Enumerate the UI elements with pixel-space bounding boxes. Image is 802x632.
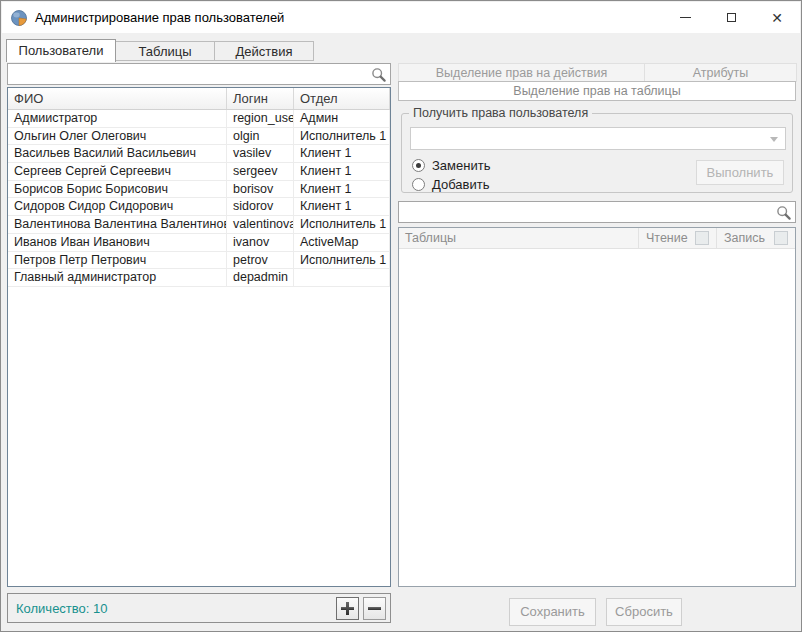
tables-search-input[interactable]	[403, 203, 771, 221]
table-cell: ivanov	[227, 234, 294, 252]
search-icon	[776, 205, 791, 220]
title-bar: Администрирование прав пользователей ✕	[2, 2, 800, 33]
table-row[interactable]: Сидоров Сидор СидоровичsidorovКлиент 1	[8, 198, 390, 216]
table-row[interactable]: Ольгин Олег ОлеговичolginИсполнитель 1	[8, 128, 390, 146]
users-search-box	[7, 63, 391, 85]
reset-button[interactable]: Сбросить	[606, 598, 682, 626]
table-cell: depadmin	[227, 269, 294, 287]
column-header-tables[interactable]: Таблицы	[399, 228, 639, 248]
execute-button[interactable]: Выполнить	[696, 160, 784, 185]
maximize-button[interactable]	[708, 2, 754, 33]
add-user-button[interactable]	[336, 597, 359, 620]
table-cell: Админ	[294, 110, 390, 128]
tab-actions[interactable]: Действия	[214, 41, 314, 61]
table-row[interactable]: Валентинова Валентина Валентиновнаvalent…	[8, 216, 390, 234]
users-table: ФИО Логин Отдел Адмиистраторregion_userА…	[7, 87, 391, 587]
tab-users[interactable]: Пользователи	[6, 39, 116, 62]
tab-table-rights-active[interactable]: Выделение прав на таблицы	[398, 81, 796, 101]
table-cell: Петров Петр Петрович	[8, 252, 227, 270]
table-cell: Исполнитель 1	[294, 252, 390, 270]
table-cell: Клиент 1	[294, 198, 390, 216]
column-header-login[interactable]: Логин	[227, 88, 294, 109]
radio-replace-label: Заменить	[432, 158, 490, 173]
close-icon: ✕	[771, 11, 783, 25]
count-label: Количество: 10	[16, 601, 108, 616]
table-cell: Адмиистратор	[8, 110, 227, 128]
tab-tables[interactable]: Таблицы	[115, 41, 215, 61]
users-search-input[interactable]	[12, 65, 366, 83]
table-row[interactable]: Сергеев Сергей СергеевичsergeevКлиент 1	[8, 163, 390, 181]
table-cell: olgin	[227, 128, 294, 146]
radio-add[interactable]: Добавить	[412, 177, 489, 192]
radio-replace-circle	[412, 159, 425, 172]
user-rights-combobox[interactable]	[410, 127, 786, 150]
minus-icon	[364, 598, 385, 619]
table-cell: Клиент 1	[294, 181, 390, 199]
tables-search-box	[398, 201, 796, 223]
table-cell: vasilev	[227, 145, 294, 163]
table-cell: Ольгин Олег Олегович	[8, 128, 227, 146]
chevron-down-icon	[770, 137, 778, 142]
table-cell: region_user	[227, 110, 294, 128]
users-table-header: ФИО Логин Отдел	[8, 88, 390, 110]
write-all-checkbox[interactable]	[774, 231, 788, 245]
read-all-checkbox[interactable]	[695, 231, 709, 245]
table-cell: Исполнитель 1	[294, 128, 390, 146]
column-header-read: Чтение	[639, 228, 717, 248]
users-table-body: Адмиистраторregion_userАдминОльгин Олег …	[8, 110, 390, 287]
window-controls: ✕	[662, 2, 800, 33]
column-header-fio[interactable]: ФИО	[8, 88, 227, 109]
table-cell: petrov	[227, 252, 294, 270]
table-row[interactable]: Главный администраторdepadmin	[8, 269, 390, 287]
tables-table-header: Таблицы Чтение Запись	[399, 228, 795, 249]
radio-replace[interactable]: Заменить	[412, 158, 490, 173]
table-row[interactable]: Иванов Иван ИвановичivanovActiveMap	[8, 234, 390, 252]
table-cell: borisov	[227, 181, 294, 199]
tables-table: Таблицы Чтение Запись	[398, 227, 796, 587]
search-icon	[371, 67, 386, 82]
table-cell: ActiveMap	[294, 234, 390, 252]
column-header-write: Запись	[717, 228, 795, 248]
radio-add-label: Добавить	[432, 177, 489, 192]
plus-icon	[337, 598, 358, 619]
table-cell: Валентинова Валентина Валентиновна	[8, 216, 227, 234]
get-user-rights-groupbox: Получить права пользователя Заменить Доб…	[401, 113, 793, 193]
window-title: Администрирование прав пользователей	[35, 10, 284, 25]
table-cell: Сергеев Сергей Сергеевич	[8, 163, 227, 181]
table-cell: Клиент 1	[294, 145, 390, 163]
app-window: Администрирование прав пользователей ✕ П…	[0, 0, 802, 632]
radio-add-circle	[412, 178, 425, 191]
tab-attributes[interactable]: Атрибуты	[644, 63, 797, 82]
column-header-dept[interactable]: Отдел	[294, 88, 390, 109]
status-bar: Количество: 10	[7, 593, 391, 623]
table-cell: sergeev	[227, 163, 294, 181]
read-label: Чтение	[646, 231, 688, 245]
minimize-button[interactable]	[662, 2, 708, 33]
main-tab-strip: Пользователи Таблицы Действия	[6, 39, 314, 62]
table-cell: Клиент 1	[294, 163, 390, 181]
table-cell	[294, 269, 390, 287]
table-row[interactable]: Васильев Василий ВасильевичvasilevКлиент…	[8, 145, 390, 163]
close-button[interactable]: ✕	[754, 2, 800, 33]
maximize-icon	[727, 13, 736, 22]
write-label: Запись	[724, 231, 765, 245]
table-row[interactable]: Борисов Борис БорисовичborisovКлиент 1	[8, 181, 390, 199]
table-cell: valentinova	[227, 216, 294, 234]
table-cell: Исполнитель 1	[294, 216, 390, 234]
remove-user-button[interactable]	[363, 597, 386, 620]
table-cell: Васильев Василий Васильевич	[8, 145, 227, 163]
table-cell: sidorov	[227, 198, 294, 216]
right-tab-strip: Выделение прав на действия Атрибуты	[398, 63, 797, 82]
table-row[interactable]: Петров Петр ПетровичpetrovИсполнитель 1	[8, 252, 390, 270]
table-cell: Борисов Борис Борисович	[8, 181, 227, 199]
minimize-icon	[680, 17, 691, 18]
table-cell: Иванов Иван Иванович	[8, 234, 227, 252]
table-cell: Сидоров Сидор Сидорович	[8, 198, 227, 216]
app-globe-icon	[10, 9, 28, 27]
save-button[interactable]: Сохранить	[509, 598, 596, 626]
table-cell: Главный администратор	[8, 269, 227, 287]
groupbox-title: Получить права пользователя	[409, 106, 592, 120]
table-row[interactable]: Адмиистраторregion_userАдмин	[8, 110, 390, 128]
tab-action-rights[interactable]: Выделение прав на действия	[398, 63, 645, 82]
